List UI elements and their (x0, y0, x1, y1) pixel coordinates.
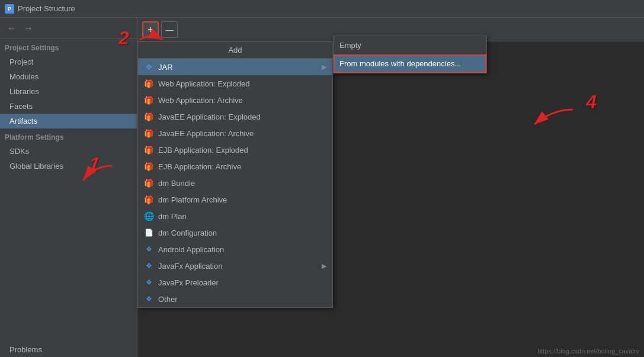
content-area: + — Add ❖ JAR ▶ 🎁 Web Application: Explo… (137, 18, 644, 357)
back-button[interactable]: ← (5, 22, 19, 35)
menu-item-dm-config[interactable]: 📄 dm Configuration (138, 224, 332, 241)
submenu-item-empty[interactable]: Empty (334, 36, 486, 54)
dm-config-icon: 📄 (144, 228, 153, 237)
menu-item-javaee-archive[interactable]: 🎁 JavaEE Application: Archive (138, 125, 332, 141)
jar-submenu: Empty From modules with dependencies... (333, 36, 487, 73)
app-icon: P (5, 4, 14, 14)
javaee-archive-icon: 🎁 (144, 128, 153, 138)
menu-item-android[interactable]: ❖ Android Application (138, 241, 332, 258)
sidebar-item-sdks[interactable]: SDKs (0, 144, 137, 159)
svg-text:P: P (8, 6, 11, 12)
menu-item-javaee-exploded[interactable]: 🎁 JavaEE Application: Exploded (138, 108, 332, 125)
sidebar-item-problems[interactable]: Problems (0, 342, 137, 357)
submenu-arrow-javafx: ▶ (322, 262, 326, 270)
other-icon: ❖ (144, 294, 153, 304)
submenu-arrow-jar: ▶ (322, 63, 326, 71)
dm-bundle-icon: 🎁 (144, 178, 153, 188)
sidebar-item-modules[interactable]: Modules (0, 69, 137, 84)
menu-item-dm-plan[interactable]: 🌐 dm Plan (138, 208, 332, 224)
url-bar: https://blog.csdn.net/boling_cavalry (537, 348, 639, 355)
main-container: ← → Project Settings Project Modules Lib… (0, 18, 644, 357)
submenu-item-from-modules[interactable]: From modules with dependencies... (334, 54, 486, 73)
nav-buttons: ← → (0, 18, 137, 39)
javafx-icon: ❖ (144, 261, 153, 271)
menu-item-javafx-preloader[interactable]: ❖ JavaFx Preloader (138, 274, 332, 291)
menu-item-web-exploded[interactable]: 🎁 Web Application: Exploded (138, 75, 332, 92)
javafx-preloader-icon: ❖ (144, 278, 153, 287)
forward-button[interactable]: → (21, 22, 36, 35)
ejb-archive-icon: 🎁 (144, 162, 153, 171)
sidebar: ← → Project Settings Project Modules Lib… (0, 18, 137, 357)
platform-settings-header: Platform Settings (0, 128, 137, 144)
add-menu-header: Add (138, 42, 332, 59)
menu-item-jar[interactable]: ❖ JAR ▶ (138, 59, 332, 75)
android-icon: ❖ (144, 245, 153, 254)
sidebar-item-global-libraries[interactable]: Global Libraries (0, 159, 137, 173)
project-settings-header: Project Settings (0, 39, 137, 54)
jar-icon: ❖ (144, 62, 153, 72)
dm-platform-icon: 🎁 (144, 195, 153, 204)
window-title: Project Structure (18, 4, 75, 13)
ejb-exploded-icon: 🎁 (144, 145, 153, 155)
web-archive-icon: 🎁 (144, 95, 153, 105)
menu-item-web-archive[interactable]: 🎁 Web Application: Archive (138, 92, 332, 108)
menu-item-ejb-archive[interactable]: 🎁 EJB Application: Archive (138, 158, 332, 175)
sidebar-item-facets[interactable]: Facets (0, 99, 137, 114)
remove-button[interactable]: — (161, 21, 178, 38)
sidebar-item-project[interactable]: Project (0, 54, 137, 69)
sidebar-item-libraries[interactable]: Libraries (0, 84, 137, 99)
dm-plan-icon: 🌐 (144, 211, 153, 221)
menu-item-dm-bundle[interactable]: 🎁 dm Bundle (138, 175, 332, 191)
menu-item-javafx[interactable]: ❖ JavaFx Application ▶ (138, 258, 332, 274)
add-button[interactable]: + (142, 21, 159, 38)
menu-item-other[interactable]: ❖ Other (138, 291, 332, 307)
menu-item-dm-platform[interactable]: 🎁 dm Platform Archive (138, 191, 332, 208)
add-menu: Add ❖ JAR ▶ 🎁 Web Application: Exploded … (137, 41, 333, 308)
web-exploded-icon: 🎁 (144, 79, 153, 88)
javaee-exploded-icon: 🎁 (144, 112, 153, 121)
title-bar: P Project Structure (0, 0, 644, 18)
sidebar-item-artifacts[interactable]: Artifacts (0, 114, 137, 128)
menu-item-ejb-exploded[interactable]: 🎁 EJB Application: Exploded (138, 141, 332, 158)
